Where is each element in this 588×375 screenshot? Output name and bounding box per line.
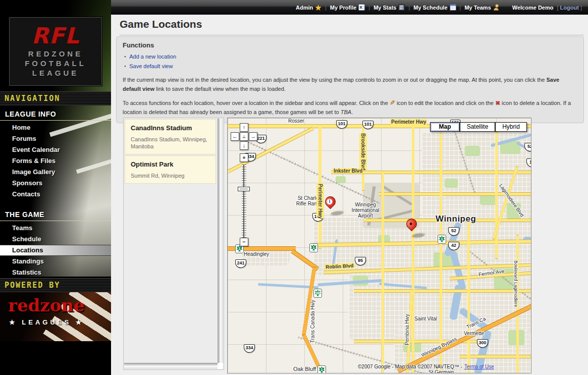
crosshair-icon: ↕ [240, 133, 248, 140]
map-label-vermette: Vermette [464, 331, 484, 336]
sidebar-item-locations[interactable]: Locations [0, 245, 111, 256]
list-item: Save default view [123, 62, 577, 71]
sidebar-item-forms-files[interactable]: Forms & Files [0, 155, 111, 167]
my-teams-menu[interactable]: My Teams [464, 4, 499, 11]
pan-left-button[interactable]: ← [231, 132, 239, 141]
terms-of-use-link[interactable]: Terms of Use [464, 364, 494, 369]
redzone-logo-text: redzone [8, 295, 85, 315]
functions-paragraph-2: To access functions for each location, h… [123, 98, 577, 117]
map-copyright: ©2007 Google - Map data ©2007 NAVTEQ™ -T… [358, 364, 494, 369]
separator: | [408, 5, 410, 11]
welcome-text: Welcome Demo [512, 5, 554, 11]
trans-canada-shield: 100 [313, 289, 322, 298]
pencil-icon [390, 100, 395, 106]
sidebar-filler [0, 341, 111, 375]
navigation-banner: NAVIGATION [0, 91, 111, 105]
map-label-oak-bluff: Oak Bluff [293, 366, 316, 372]
menu-section-the-game: THE GAME [0, 206, 111, 221]
pan-up-button[interactable]: ↑ [240, 123, 248, 132]
horizontal-scrollbar[interactable] [124, 363, 218, 369]
red-x-icon [495, 100, 500, 106]
league-logo-box[interactable]: RFL REDZONE FOOTBALL LEAGUE [9, 17, 102, 86]
location-name: Optimist Park [131, 160, 210, 168]
functions-panel: Functions Add a new location Save defaul… [116, 36, 584, 123]
logo-line: REDZONE [10, 49, 101, 59]
map-label-brookside: Brookside Blvd [359, 133, 367, 170]
location-card-canadinns[interactable]: CanadInns Stadium CanadInns Stadium, Win… [125, 119, 216, 154]
road-segment [467, 219, 470, 373]
functions-paragraph-1: If the current map view is not in the de… [123, 75, 577, 93]
trans-canada-shield: 1 [438, 235, 446, 244]
map-type-button-map[interactable]: Map [430, 122, 460, 132]
zoom-in-button[interactable]: + [240, 153, 248, 162]
sidebar-item-home[interactable]: Home [0, 122, 111, 133]
top-bar: Admin | My Profile | My Stats | My Sched… [111, 0, 588, 15]
map-label-pembina: Pembina Hwy [404, 314, 410, 345]
save-default-view-link[interactable]: Save default view [129, 63, 173, 69]
road-segment [382, 171, 384, 373]
sidebar-item-schedule[interactable]: Schedule [0, 234, 111, 245]
my-schedule-menu[interactable]: My Schedule [413, 4, 456, 11]
league-logo: RFL REDZONE FOOTBALL LEAGUE [0, 0, 111, 91]
park [445, 179, 458, 188]
powered-by-banner: POWERED BY [0, 278, 111, 292]
tba-emphasis: TBA [341, 109, 351, 115]
menu-section-league-info: LEAGUE INFO [0, 105, 111, 121]
zoom-out-button[interactable]: − [240, 238, 248, 246]
redzone-leagues-logo[interactable]: redzone ★ LEAGUES ★ [0, 292, 111, 341]
zoom-slider-handle[interactable] [238, 187, 250, 191]
location-card-optimist-park[interactable]: Optimist Park Summit Rd, Winnipeg [125, 155, 216, 184]
map-type-button-satellite[interactable]: Satellite [460, 122, 495, 132]
trans-canada-shield: 1 [317, 365, 326, 373]
marker-dot [409, 222, 413, 226]
page-title: Game Locations [120, 18, 584, 35]
sidebar-item-teams[interactable]: Teams [0, 223, 111, 234]
separator: | [368, 5, 370, 11]
my-stats-menu[interactable]: My Stats [373, 4, 405, 11]
logout-link[interactable]: Logout [560, 5, 579, 11]
separator: | [460, 5, 461, 11]
star-glyph: ★ [76, 318, 84, 326]
functions-title: Functions [123, 41, 577, 49]
sidebar: RFL REDZONE FOOTBALL LEAGUE NAVIGATION L… [0, 0, 111, 375]
pan-right-button[interactable]: → [249, 132, 257, 141]
scrollbar-corner [218, 363, 223, 369]
park [465, 146, 480, 156]
leagues-logo-text: ★ LEAGUES ★ [9, 318, 84, 326]
location-name: CanadInns Stadium [131, 124, 210, 132]
map-label-airport: Winnipeg [348, 202, 383, 207]
trans-canada-shield: 1 [309, 243, 318, 252]
map-label-perimeter-hwy: Perimeter Hwy [390, 119, 427, 125]
map-label-boulevard-lagimodiere: Boulevard Lagimodière [513, 260, 518, 307]
map-label-airport: International [348, 207, 383, 213]
sidebar-menu: LEAGUE INFO Home Forums Event Calendar F… [0, 105, 111, 278]
my-profile-menu[interactable]: My Profile [330, 4, 365, 11]
sidebar-item-standings[interactable]: Standings [0, 256, 111, 267]
sidebar-item-contacts[interactable]: Contacts [0, 189, 111, 200]
vertical-scrollbar[interactable] [218, 119, 223, 363]
map-label-trans-canada-hwy: Trans Canada Hwy [310, 300, 315, 343]
pan-down-button[interactable]: ↓ [240, 141, 248, 150]
logo-line: FOOTBALL [10, 59, 101, 68]
map-type-button-hybrid[interactable]: Hybrid [495, 122, 527, 132]
map-canvas[interactable]: 101 101 101 221 334 52 10 101 52 42 95 2… [227, 118, 531, 373]
road-segment [354, 290, 531, 292]
logo-line: LEAGUE [10, 68, 101, 78]
zoom-slider-track[interactable] [242, 165, 246, 238]
map-label-saint-vital: Saint Vital [414, 316, 437, 322]
sidebar-item-event-calendar[interactable]: Event Calendar [0, 144, 111, 155]
admin-star-icon [315, 4, 322, 12]
road-segment [440, 133, 442, 373]
add-location-link[interactable]: Add a new location [129, 53, 176, 60]
recenter-button[interactable]: ↔↕ [240, 132, 248, 141]
map-label-perimeter-west: Perimeter Hwy [316, 184, 324, 219]
sidebar-item-statistics[interactable]: Statistics [0, 267, 111, 278]
sidebar-item-forums[interactable]: Forums [0, 133, 111, 144]
sidebar-item-sponsors[interactable]: Sponsors [0, 178, 111, 189]
admin-menu[interactable]: Admin [296, 4, 322, 12]
logout-wrap: [ Logout ] [557, 5, 582, 11]
sidebar-item-image-gallery[interactable]: Image Gallery [0, 167, 111, 178]
park [480, 194, 497, 205]
map-label-headingley: Headingley [244, 251, 269, 257]
calculator-icon [398, 4, 405, 11]
